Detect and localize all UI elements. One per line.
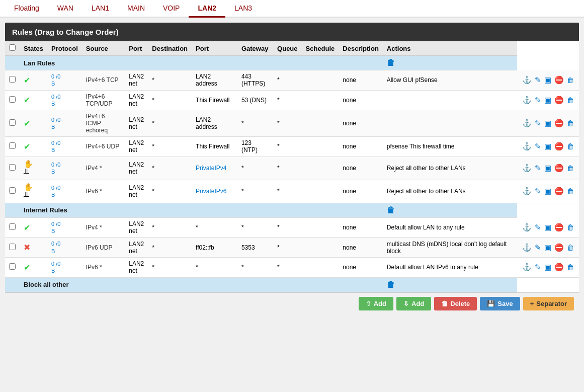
anchor-icon[interactable]: ⚓ [521,118,533,128]
source-text: LAN2net [129,260,144,274]
arrow-down-icon: ⇩ [403,300,409,307]
disable-icon[interactable]: ⛔ [553,163,565,173]
copy-icon[interactable]: ▣ [543,163,552,173]
group-trash-icon[interactable]: 🗑 [387,280,395,289]
row-checkbox[interactable] [9,187,16,194]
protocol-text: IPv4+6 TCP [86,76,119,84]
destination-text: * [196,264,198,271]
delete-row-icon[interactable]: 🗑 [566,187,575,196]
protocol-text: IPv4 * [86,224,102,231]
block-all-row: Block all other 🗑 [5,277,579,292]
disable-icon[interactable]: ⛔ [553,243,565,253]
copy-icon[interactable]: ▣ [543,75,552,85]
disable-icon[interactable]: ⛔ [553,118,565,128]
tab-lan1[interactable]: LAN1 [82,0,118,18]
protocol-text: IPv4+6 UDP [86,143,119,150]
select-all-checkbox[interactable] [9,44,16,51]
add-button-up[interactable]: ⇧ Add [359,297,393,310]
delete-row-icon[interactable]: 🗑 [566,142,575,151]
anchor-icon[interactable]: ⚓ [521,163,533,173]
anchor-icon[interactable]: ⚓ [521,186,533,196]
anchor-icon[interactable]: ⚓ [521,95,533,105]
delete-row-icon[interactable]: 🗑 [566,223,575,232]
delete-row-icon[interactable]: 🗑 [566,263,575,272]
action-icons: ⚓ ✎ ▣ ⛔ 🗑 [521,95,575,105]
edit-icon[interactable]: ✎ [534,118,542,128]
protocol-text: IPv4 * [86,165,102,172]
gateway-cell: * [273,90,301,110]
state-check-icon: ✔ [24,223,30,232]
disable-icon[interactable]: ⛔ [553,141,565,151]
delete-row-icon[interactable]: 🗑 [566,119,575,128]
table-row: ✔ 0 /0B IPv4+6 ICMPechoreq LAN2net * LAN… [5,110,579,137]
tab-voip[interactable]: VOIP [154,0,189,18]
delete-row-icon[interactable]: 🗑 [566,75,575,85]
disable-icon[interactable]: ⛔ [553,75,565,85]
tab-lan2[interactable]: LAN2 [189,0,225,18]
schedule-cell: none [339,137,383,157]
tab-wan[interactable]: WAN [48,0,82,18]
row-checkbox[interactable] [9,263,16,270]
edit-icon[interactable]: ✎ [534,222,542,232]
disable-icon[interactable]: ⛔ [553,222,565,232]
dest-port-text: * [241,224,244,231]
edit-icon[interactable]: ✎ [534,141,542,151]
row-checkbox[interactable] [9,142,16,149]
edit-icon[interactable]: ✎ [534,95,542,105]
destination-link[interactable]: PrivateIPv4 [196,165,226,172]
delete-button[interactable]: 🗑 Delete [434,297,477,310]
delete-row-icon[interactable]: 🗑 [566,243,575,252]
delete-row-icon[interactable]: 🗑 [566,164,575,173]
row-checkbox[interactable] [9,119,16,126]
action-icons: ⚓ ✎ ▣ ⛔ 🗑 [521,163,575,173]
tab-main[interactable]: MAIN [118,0,154,18]
copy-icon[interactable]: ▣ [543,118,552,128]
copy-icon[interactable]: ▣ [543,141,552,151]
edit-icon[interactable]: ✎ [534,75,542,85]
edit-icon[interactable]: ✎ [534,163,542,173]
traffic-stats: 0 /0B [51,221,60,234]
edit-icon[interactable]: ✎ [534,243,542,253]
edit-icon[interactable]: ✎ [534,186,542,196]
add-button-down[interactable]: ⇩ Add [396,297,431,310]
row-checkbox[interactable] [9,164,16,171]
src-port-cell: * [148,110,192,137]
anchor-icon[interactable]: ⚓ [521,262,533,272]
dest-port-text: * [241,188,244,195]
tab-lan3[interactable]: LAN3 [225,0,261,18]
copy-icon[interactable]: ▣ [543,186,552,196]
row-checkbox[interactable] [9,223,16,230]
row-checkbox[interactable] [9,96,16,103]
source-text: LAN2net [129,161,144,175]
anchor-icon[interactable]: ⚓ [521,75,533,85]
disable-icon[interactable]: ⛔ [553,262,565,272]
group-trash-icon[interactable]: 🗑 [387,206,395,214]
delete-row-icon[interactable]: 🗑 [566,96,575,105]
traffic-stats: 0 /0B [51,241,60,254]
traffic-stats: 0 /0B [51,140,60,153]
gateway-cell: * [273,137,301,157]
anchor-icon[interactable]: ⚓ [521,222,533,232]
save-button[interactable]: 💾 Save [480,297,520,310]
copy-icon[interactable]: ▣ [543,243,552,253]
anchor-icon[interactable]: ⚓ [521,141,533,151]
destination-link[interactable]: PrivateIPv6 [196,188,226,195]
row-checkbox[interactable] [9,76,16,83]
queue-cell [302,110,339,137]
gateway-cell: * [273,238,301,258]
copy-icon[interactable]: ▣ [543,95,552,105]
tab-floating[interactable]: Floating [5,0,48,18]
copy-icon[interactable]: ▣ [543,222,552,232]
copy-icon[interactable]: ▣ [543,262,552,272]
src-port-cell: * [148,156,192,180]
separator-button[interactable]: + Separator [523,297,574,310]
disable-icon[interactable]: ⛔ [553,186,565,196]
disable-icon[interactable]: ⛔ [553,95,565,105]
state-check-icon: ✔ [24,76,30,85]
group-name: Lan Rules [20,56,383,70]
edit-icon[interactable]: ✎ [534,262,542,272]
row-checkbox[interactable] [9,244,16,250]
anchor-icon[interactable]: ⚓ [521,243,533,253]
group-trash-icon[interactable]: 🗑 [387,58,395,67]
col-states: States [20,41,47,56]
